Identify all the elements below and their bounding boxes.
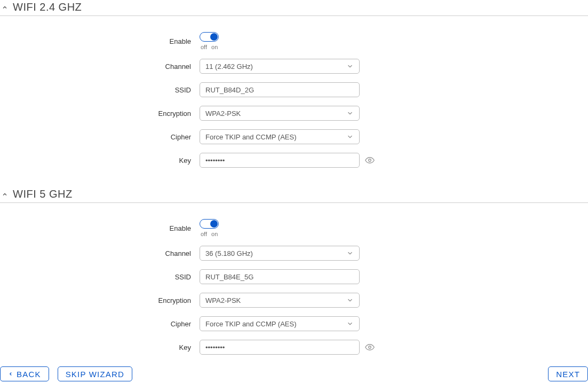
row-cipher: Cipher Force TKIP and CCMP (AES) xyxy=(0,129,588,144)
section-title: WIFI 2.4 GHZ xyxy=(13,1,82,13)
select-value: WPA2-PSK xyxy=(205,110,241,118)
section-header-2-4ghz[interactable]: WIFI 2.4 GHZ xyxy=(0,0,588,16)
row-key: Key xyxy=(0,340,588,355)
label-enable: Enable xyxy=(0,224,200,232)
toggle-off-label: off xyxy=(201,44,207,50)
skip-wizard-label: SKIP WIZARD xyxy=(66,370,124,379)
skip-wizard-button[interactable]: SKIP WIZARD xyxy=(58,366,132,381)
row-enable: Enable off on xyxy=(0,219,588,237)
select-value: Force TKIP and CCMP (AES) xyxy=(205,133,297,141)
select-value: Force TKIP and CCMP (AES) xyxy=(205,320,297,328)
label-cipher: Cipher xyxy=(0,320,200,328)
label-channel: Channel xyxy=(0,249,200,257)
row-channel: Channel 36 (5.180 GHz) xyxy=(0,246,588,261)
toggle-labels: off on xyxy=(200,231,218,237)
eye-icon[interactable] xyxy=(365,342,375,352)
select-value: WPA2-PSK xyxy=(205,296,241,304)
form-rows-2-4ghz: Enable off on Channel 11 (2.462 GHz) xyxy=(0,32,588,187)
input-key[interactable] xyxy=(200,153,360,168)
label-key: Key xyxy=(0,343,200,351)
eye-icon[interactable] xyxy=(365,155,375,165)
select-encryption[interactable]: WPA2-PSK xyxy=(200,293,360,308)
label-channel: Channel xyxy=(0,62,200,71)
label-key: Key xyxy=(0,157,200,165)
label-cipher: Cipher xyxy=(0,133,200,141)
toggle-off-label: off xyxy=(201,231,207,237)
toggle-thumb xyxy=(210,33,218,41)
select-encryption[interactable]: WPA2-PSK xyxy=(200,106,360,121)
next-button-label: NEXT xyxy=(556,370,580,379)
chevron-down-icon xyxy=(346,62,354,70)
input-ssid[interactable] xyxy=(200,269,360,284)
back-button-label: BACK xyxy=(17,370,41,379)
label-ssid: SSID xyxy=(0,273,200,281)
input-key[interactable] xyxy=(200,340,360,355)
chevron-up-icon xyxy=(1,191,9,198)
select-cipher[interactable]: Force TKIP and CCMP (AES) xyxy=(200,316,360,331)
chevron-down-icon xyxy=(346,133,354,140)
chevron-down-icon xyxy=(346,249,354,257)
next-button[interactable]: NEXT xyxy=(548,366,588,381)
input-ssid[interactable] xyxy=(200,82,360,97)
row-ssid: SSID xyxy=(0,82,588,97)
wizard-footer: BACK SKIP WIZARD NEXT xyxy=(0,366,588,383)
label-ssid: SSID xyxy=(0,86,200,94)
select-value: 36 (5.180 GHz) xyxy=(205,249,253,257)
chevron-up-icon xyxy=(1,4,9,11)
section-header-5ghz[interactable]: WIFI 5 GHZ xyxy=(0,187,588,203)
label-encryption: Encryption xyxy=(0,296,200,304)
label-encryption: Encryption xyxy=(0,110,200,118)
row-ssid: SSID xyxy=(0,269,588,284)
chevron-down-icon xyxy=(346,110,354,117)
row-channel: Channel 11 (2.462 GHz) xyxy=(0,59,588,74)
section-title: WIFI 5 GHZ xyxy=(13,188,73,200)
row-key: Key xyxy=(0,153,588,168)
toggle-enable[interactable] xyxy=(200,219,219,229)
label-enable: Enable xyxy=(0,37,200,45)
select-value: 11 (2.462 GHz) xyxy=(205,62,253,71)
toggle-on-label: on xyxy=(211,231,218,237)
select-channel[interactable]: 11 (2.462 GHz) xyxy=(200,59,360,74)
toggle-thumb xyxy=(210,220,218,228)
select-channel[interactable]: 36 (5.180 GHz) xyxy=(200,246,360,261)
section-wifi-2-4ghz: WIFI 2.4 GHZ Enable off on Channel xyxy=(0,0,588,187)
svg-point-0 xyxy=(369,159,371,162)
toggle-labels: off on xyxy=(200,44,218,50)
section-wifi-5ghz: WIFI 5 GHZ Enable off on Channel xyxy=(0,187,588,374)
chevron-down-icon xyxy=(346,320,354,327)
chevron-down-icon xyxy=(346,296,354,304)
back-button[interactable]: BACK xyxy=(0,366,49,381)
select-cipher[interactable]: Force TKIP and CCMP (AES) xyxy=(200,129,360,144)
svg-point-1 xyxy=(369,346,371,349)
row-encryption: Encryption WPA2-PSK xyxy=(0,106,588,121)
toggle-enable[interactable] xyxy=(200,32,219,42)
chevron-left-icon xyxy=(8,371,13,377)
row-cipher: Cipher Force TKIP and CCMP (AES) xyxy=(0,316,588,331)
row-encryption: Encryption WPA2-PSK xyxy=(0,293,588,308)
toggle-on-label: on xyxy=(211,44,218,50)
form-rows-5ghz: Enable off on Channel 36 (5.180 GHz) xyxy=(0,219,588,374)
row-enable: Enable off on xyxy=(0,32,588,50)
